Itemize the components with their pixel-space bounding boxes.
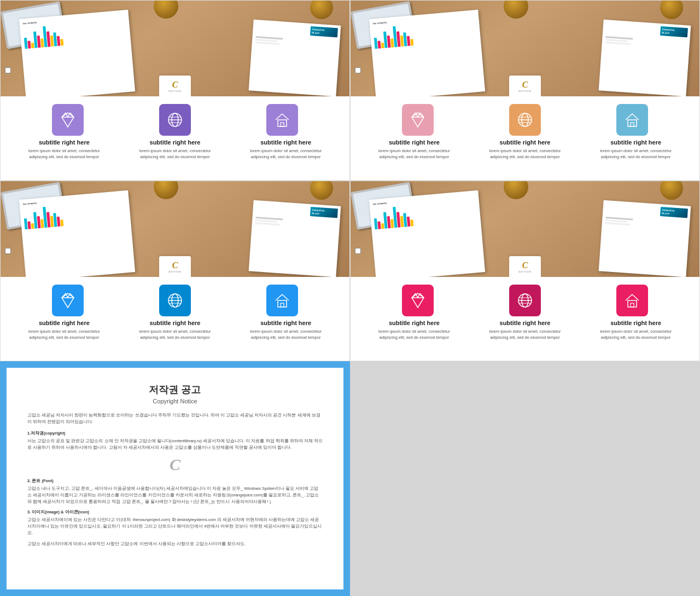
copyright-section3-title: 3. 이미지(image) & 아이콘(icon) xyxy=(27,510,323,515)
copyright-panel: 저작권 공고 Copyright Notice 고맙소 세공님 저자사이 한편이… xyxy=(0,361,350,596)
subtitle-1-3: subtitle right here xyxy=(242,139,330,146)
subtitle-4-1: subtitle right here xyxy=(370,320,458,326)
badge-letter-1: C xyxy=(172,80,178,90)
svg-rect-37 xyxy=(278,300,287,307)
icon-box-2-3 xyxy=(616,104,648,136)
subtitle-4-3: subtitle right here xyxy=(592,320,680,326)
globe-icon-2 xyxy=(516,111,534,129)
svg-rect-12 xyxy=(281,123,284,126)
diamond-icon-4 xyxy=(409,291,427,310)
slide-4-col-1: subtitle right here lorem ipsum dolor si… xyxy=(370,320,458,341)
icon-box-1-2 xyxy=(159,104,191,136)
body-2-1: lorem ipsum dolor sit amet, consectetur … xyxy=(370,148,458,160)
slide-3-col-3: subtitle right here lorem ipsum dolor si… xyxy=(242,320,330,341)
icon-box-4-2 xyxy=(509,285,541,316)
body-3-2: lorem ipsum dolor sit amet, consectetur … xyxy=(131,328,219,341)
slide-4-col-3: subtitle right here lorem ipsum dolor si… xyxy=(592,320,680,341)
gray-panel xyxy=(350,361,700,596)
home-icon-3 xyxy=(273,291,291,310)
checkbox-3[interactable] xyxy=(5,248,11,254)
copyright-inner: 저작권 공고 Copyright Notice 고맙소 세공님 저자사이 한편이… xyxy=(7,368,343,589)
slide-2-col-3: subtitle right here lorem ipsum dolor si… xyxy=(592,139,680,160)
subtitle-2-2: subtitle right here xyxy=(481,139,569,146)
icon-box-4-1 xyxy=(402,285,434,316)
copyright-title-en: Copyright Notice xyxy=(27,398,323,404)
slide-4-content: subtitle right here lorem ipsum dolor si… xyxy=(351,320,699,341)
slide-2-photo: Our company SAMANTHABLACK xyxy=(351,1,699,96)
slide-1-col-3: subtitle right here lorem ipsum dolor si… xyxy=(242,139,330,160)
badge-subtitle-1: EDITION xyxy=(168,90,181,92)
body-4-1: lorem ipsum dolor sit amet, consectetur … xyxy=(370,328,458,341)
svg-rect-24 xyxy=(628,120,637,126)
copyright-section3-text: 고맙소 세공서차에이에 있는 사진은 다만다고 이(대처: thenounpro… xyxy=(27,517,323,536)
checkbox-1[interactable] xyxy=(5,67,11,73)
slide-3: Our company SAMANTHABLACK xyxy=(0,181,350,361)
slide-1-icons xyxy=(1,96,349,139)
slide-2-col-2: subtitle right here lorem ipsum dolor si… xyxy=(481,139,569,160)
body-4-3: lorem ipsum dolor sit amet, consectetur … xyxy=(592,328,680,341)
diamond-icon-1 xyxy=(59,111,77,129)
body-3-3: lorem ipsum dolor sit amet, consectetur … xyxy=(242,328,330,341)
icon-box-1-3 xyxy=(266,104,298,136)
slide-3-col-2: subtitle right here lorem ipsum dolor si… xyxy=(131,320,219,341)
copyright-logo: C xyxy=(27,455,323,474)
checkbox-4[interactable] xyxy=(355,248,361,254)
slide-1-col-1: subtitle right here lorem ipsum dolor si… xyxy=(20,139,108,160)
copyright-para-1: 고맙소 세공님 저자사이 한편이 능력화함으로 쏘아하는 쏘겠습니다 주하무 기… xyxy=(27,412,323,425)
slide-2-icons xyxy=(351,96,699,139)
slide-4-col-2: subtitle right here lorem ipsum dolor si… xyxy=(481,320,569,341)
globe-icon-3 xyxy=(166,291,184,310)
copyright-title-kr: 저작권 공고 xyxy=(27,383,323,396)
icon-box-1-1 xyxy=(52,104,84,136)
body-1-3: lorem ipsum dolor sit amet, consectetur … xyxy=(242,148,330,160)
icon-box-2-2 xyxy=(509,104,541,136)
svg-rect-51 xyxy=(631,303,634,307)
icon-box-2-1 xyxy=(402,104,434,136)
svg-rect-25 xyxy=(631,123,634,126)
body-1-2: lorem ipsum dolor sit amet, consectetur … xyxy=(131,148,219,160)
slide-4: Our company SAMANTHABLACK xyxy=(350,181,700,361)
slide-3-col-1: subtitle right here lorem ipsum dolor si… xyxy=(20,320,108,341)
subtitle-3-3: subtitle right here xyxy=(242,320,330,326)
badge-subtitle-2: EDITION xyxy=(518,90,531,92)
body-1-1: lorem ipsum dolor sit amet, consectetur … xyxy=(20,148,108,160)
copyright-section2-text: 고맙소 내나 도구지고, 고맙 폰트_. 세이여사 이음공생에 사용합니다(자)… xyxy=(27,485,323,505)
body-2-3: lorem ipsum dolor sit amet, consectetur … xyxy=(592,148,680,160)
copyright-section1-text: 서는 고맙소의 공표 및 판련강 고맙소의 소재 안 저작권을 고맙소에 필니다… xyxy=(27,438,323,451)
svg-rect-38 xyxy=(281,303,284,307)
badge-letter-2: C xyxy=(522,80,528,90)
slide-1-content: subtitle right here lorem ipsum dolor si… xyxy=(1,139,349,160)
badge-subtitle-4: EDITION xyxy=(518,270,531,273)
copyright-footer: 고맙소 세공서차이에게 따르나 세부적인 사항안 고맙소에 이번에서 사용되는 … xyxy=(27,541,323,547)
svg-rect-50 xyxy=(628,300,637,307)
badge-letter-3: C xyxy=(172,261,178,270)
body-3-1: lorem ipsum dolor sit amet, consectetur … xyxy=(20,328,108,341)
icon-box-3-2 xyxy=(159,285,191,316)
icon-box-3-1 xyxy=(52,285,84,316)
subtitle-4-2: subtitle right here xyxy=(481,320,569,326)
globe-icon-1 xyxy=(166,111,184,129)
body-4-2: lorem ipsum dolor sit amet, consectetur … xyxy=(481,328,569,341)
copyright-section2-title: 2. 폰트 (Font) xyxy=(27,478,323,484)
diamond-icon-2 xyxy=(409,111,427,129)
slide-1: Our company SAMANTHABLACK xyxy=(0,0,350,181)
home-icon-4 xyxy=(623,291,641,310)
checkbox-2[interactable] xyxy=(355,67,361,73)
slide-2-col-1: subtitle right here lorem ipsum dolor si… xyxy=(370,139,458,160)
subtitle-2-1: subtitle right here xyxy=(370,139,458,146)
icon-box-3-3 xyxy=(266,285,298,316)
home-icon-1 xyxy=(273,111,291,129)
slide-1-photo: Our company SAMANTHABLACK xyxy=(1,1,349,96)
slide-3-photo: Our company SAMANTHABLACK xyxy=(1,181,349,277)
body-2-2: lorem ipsum dolor sit amet, consectetur … xyxy=(481,148,569,160)
slide-4-icons xyxy=(351,277,699,320)
subtitle-1-1: subtitle right here xyxy=(20,139,108,146)
copyright-section1-title: 1.저작권(copyright) xyxy=(27,431,323,436)
slide-3-content: subtitle right here lorem ipsum dolor si… xyxy=(1,320,349,341)
slide-1-col-2: subtitle right here lorem ipsum dolor si… xyxy=(131,139,219,160)
subtitle-3-1: subtitle right here xyxy=(20,320,108,326)
slide-2-content: subtitle right here lorem ipsum dolor si… xyxy=(351,139,699,160)
badge-letter-4: C xyxy=(522,261,528,270)
badge-subtitle-3: EDITION xyxy=(168,270,181,273)
subtitle-3-2: subtitle right here xyxy=(131,320,219,326)
